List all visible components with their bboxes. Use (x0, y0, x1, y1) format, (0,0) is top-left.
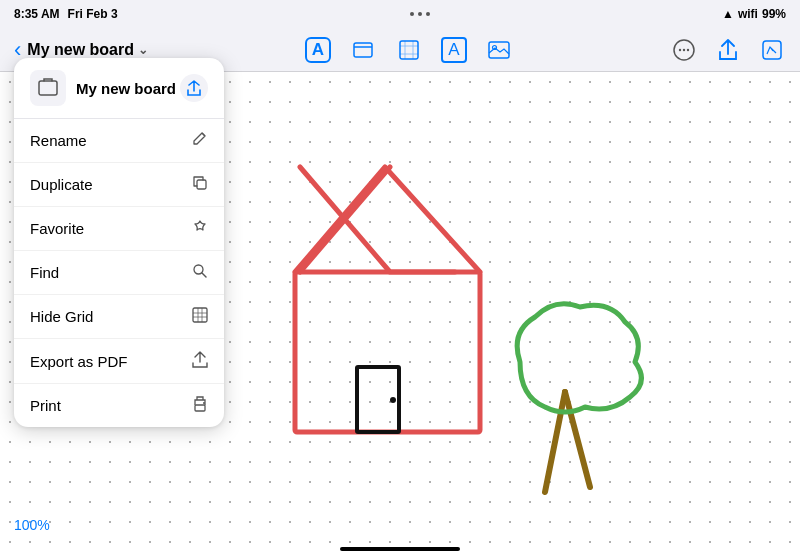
zoom-level[interactable]: 100% (14, 517, 50, 533)
signal-icon: ▲ (722, 7, 734, 21)
three-dots (410, 12, 430, 16)
menu-item-label: Export as PDF (30, 353, 128, 370)
status-left: 8:35 AM Fri Feb 3 (14, 7, 118, 21)
textbox-tool-icon[interactable]: A (441, 37, 467, 63)
battery-icon: 99% (762, 7, 786, 21)
menu-items: Rename Duplicate Favorite Find Hide Grid… (14, 119, 224, 427)
card-tool-icon[interactable] (349, 36, 377, 64)
menu-item-label: Print (30, 397, 61, 414)
edit-icon[interactable] (758, 36, 786, 64)
back-chevron-icon: ‹ (14, 37, 21, 63)
menu-item-print[interactable]: Print (14, 384, 224, 427)
title-chevron-icon: ⌄ (138, 43, 148, 57)
dropdown-header-left: My new board (30, 70, 176, 106)
svg-line-16 (202, 273, 206, 277)
svg-rect-2 (400, 41, 418, 59)
board-icon (30, 70, 66, 106)
status-center (410, 12, 430, 16)
dropdown-header: My new board (14, 58, 224, 119)
menu-item-icon (192, 131, 208, 150)
svg-point-23 (203, 402, 205, 404)
menu-item-favorite[interactable]: Favorite (14, 207, 224, 251)
frame-tool-icon[interactable] (395, 36, 423, 64)
board-title: My new board (27, 41, 134, 59)
svg-point-12 (390, 397, 396, 403)
menu-item-icon (192, 263, 208, 282)
menu-item-label: Find (30, 264, 59, 281)
svg-rect-22 (195, 405, 205, 411)
menu-item-hide-grid[interactable]: Hide Grid (14, 295, 224, 339)
menu-item-label: Duplicate (30, 176, 93, 193)
back-button[interactable]: ‹ (14, 37, 21, 63)
menu-item-rename[interactable]: Rename (14, 119, 224, 163)
toolbar-right (670, 36, 786, 64)
svg-rect-14 (197, 180, 206, 189)
menu-item-icon (192, 175, 208, 194)
dropdown-menu: My new board Rename Duplicate Favorite F… (14, 58, 224, 427)
text-tool-icon[interactable]: A (305, 37, 331, 63)
menu-item-icon (192, 351, 208, 371)
image-tool-icon[interactable] (485, 36, 513, 64)
menu-item-icon (192, 219, 208, 238)
board-title-area[interactable]: My new board ⌄ (27, 41, 148, 59)
home-indicator (340, 547, 460, 551)
svg-rect-17 (193, 308, 207, 322)
dropdown-share-button[interactable] (180, 74, 208, 102)
toolbar-center: A A (305, 36, 513, 64)
svg-point-7 (683, 48, 685, 50)
svg-rect-0 (354, 43, 372, 57)
status-right: ▲ wifi 99% (722, 7, 786, 21)
svg-rect-10 (295, 272, 480, 432)
menu-item-export-as-pdf[interactable]: Export as PDF (14, 339, 224, 384)
more-options-icon[interactable] (670, 36, 698, 64)
menu-item-icon (192, 396, 208, 415)
status-bar: 8:35 AM Fri Feb 3 ▲ wifi 99% (0, 0, 800, 28)
svg-point-6 (679, 48, 681, 50)
wifi-icon: wifi (738, 7, 758, 21)
menu-item-duplicate[interactable]: Duplicate (14, 163, 224, 207)
svg-rect-13 (39, 81, 57, 95)
time: 8:35 AM (14, 7, 60, 21)
menu-item-icon (192, 307, 208, 326)
menu-item-label: Rename (30, 132, 87, 149)
date: Fri Feb 3 (68, 7, 118, 21)
share-icon[interactable] (714, 36, 742, 64)
dropdown-board-title: My new board (76, 80, 176, 97)
svg-point-8 (687, 48, 689, 50)
menu-item-find[interactable]: Find (14, 251, 224, 295)
menu-item-label: Hide Grid (30, 308, 93, 325)
menu-item-label: Favorite (30, 220, 84, 237)
